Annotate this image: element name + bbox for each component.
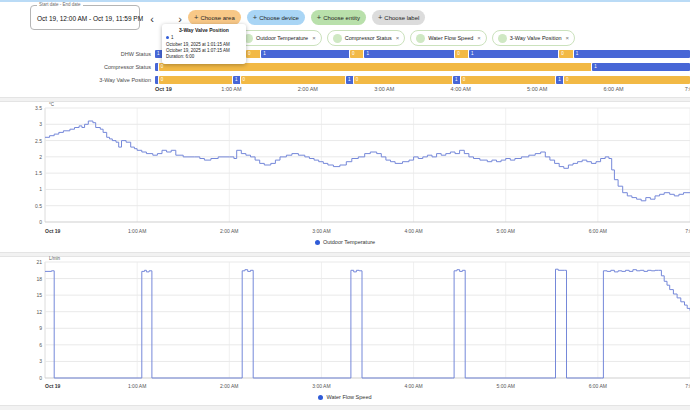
timeline-track: 01 xyxy=(155,63,690,71)
state-dot-icon xyxy=(166,36,169,39)
y-axis-tick: 6 xyxy=(39,342,42,348)
y-axis-tick: 12 xyxy=(36,309,42,315)
visibility-eye-icon[interactable] xyxy=(498,34,507,43)
state-segment[interactable]: 0 xyxy=(241,76,346,84)
remove-entity-icon[interactable]: × xyxy=(396,35,400,41)
choose-label-chip[interactable]: +Choose label xyxy=(372,10,425,25)
date-range-value: Oct 19, 12:00 AM - Oct 19, 11:59 PM xyxy=(37,15,143,22)
choose-entity-chip[interactable]: +Choose entity xyxy=(311,10,366,25)
entity-chip[interactable]: Water Flow Speed× xyxy=(410,30,487,46)
state-segment[interactable]: 1 xyxy=(469,50,559,58)
y-axis-tick: 21 xyxy=(36,259,42,265)
timeline-row-label: 3-Way Valve Position xyxy=(0,76,151,84)
timeline-axis-tick: Oct 19 xyxy=(155,86,172,92)
state-segment[interactable]: 0 xyxy=(246,50,261,58)
entity-chip-label: Compressor Status xyxy=(345,35,392,41)
y-axis-unit: L/min xyxy=(49,256,61,261)
timeline-track: 010101010 xyxy=(155,76,690,84)
x-axis-tick: 6:00 AM xyxy=(589,228,607,234)
timeline-axis: Oct 191:00 AM2:00 AM3:00 AM4:00 AM5:00 A… xyxy=(0,86,690,94)
remove-entity-icon[interactable]: × xyxy=(477,35,481,41)
remove-entity-icon[interactable]: × xyxy=(312,35,316,41)
timeline-axis-tick: 7:00 xyxy=(670,86,690,92)
entity-chip[interactable]: Outdoor Temperature× xyxy=(238,30,322,46)
y-axis-tick: 1.5 xyxy=(35,170,42,176)
legend-label: Water Flow Speed xyxy=(326,394,371,400)
state-segment[interactable]: 0 xyxy=(455,50,469,58)
state-segment[interactable]: 0 xyxy=(461,76,557,84)
y-axis-tick: 18 xyxy=(36,276,42,282)
section-divider xyxy=(0,405,690,410)
x-axis-tick: 4:00 AM xyxy=(404,383,422,389)
entity-chip[interactable]: 3-Way Valve Position× xyxy=(492,30,575,46)
timeline-row-label: DHW Status xyxy=(0,50,151,58)
y-axis-tick: 0 xyxy=(39,375,42,381)
x-axis-tick: 4:00 AM xyxy=(404,228,422,234)
remove-entity-icon[interactable]: × xyxy=(566,35,570,41)
temperature-legend[interactable]: Outdoor Temperature xyxy=(0,239,690,245)
legend-dot-icon xyxy=(315,240,320,245)
chip-label: Choose device xyxy=(259,15,299,21)
filter-chip-row: +Choose area+Choose device+Choose entity… xyxy=(188,10,425,25)
entity-chip-row: Outdoor Temperature×Compressor Status×Wa… xyxy=(238,30,575,46)
flow-chart[interactable]: 036912151821L/minOct 191:00 AM2:00 AM3:0… xyxy=(0,256,690,396)
choose-device-chip[interactable]: +Choose device xyxy=(247,10,305,25)
flow-legend[interactable]: Water Flow Speed xyxy=(0,394,690,400)
state-segment[interactable]: 1 xyxy=(453,76,461,84)
visibility-eye-icon[interactable] xyxy=(416,34,425,43)
x-axis-tick: 2:00 AM xyxy=(220,383,238,389)
y-axis-tick: 0 xyxy=(39,219,42,225)
prev-period-button[interactable]: ‹ xyxy=(144,11,160,27)
state-segment[interactable]: 1 xyxy=(364,50,455,58)
tooltip-duration: Duration: 6:00 xyxy=(166,54,242,60)
state-segment[interactable]: 1 xyxy=(592,63,690,71)
y-axis-tick: 3.5 xyxy=(35,105,42,111)
state-segment[interactable]: 0 xyxy=(350,50,365,58)
entity-chip-label: Water Flow Speed xyxy=(428,35,473,41)
state-segment[interactable]: 1 xyxy=(261,50,350,58)
legend-dot-icon xyxy=(318,395,323,400)
state-segment[interactable]: 0 xyxy=(559,50,574,58)
plus-icon: + xyxy=(378,13,382,22)
entity-chip-label: Outdoor Temperature xyxy=(256,35,308,41)
x-axis-tick: 3:00 AM xyxy=(312,228,330,234)
tooltip-state-value: 1 xyxy=(171,35,174,40)
timeline-axis-tick: 6:00 AM xyxy=(594,86,634,92)
state-segment[interactable]: 0 xyxy=(159,63,592,71)
chip-label: Choose area xyxy=(200,15,234,21)
x-axis-tick: 7:00 xyxy=(685,383,690,389)
x-axis-tick: 5:00 AM xyxy=(497,383,515,389)
date-range-field[interactable]: Start date - End date Oct 19, 12:00 AM -… xyxy=(30,5,140,30)
y-axis-tick: 3 xyxy=(39,358,42,364)
chip-label: Choose entity xyxy=(323,15,360,21)
tooltip-value-row: 1 xyxy=(166,35,242,40)
temperature-chart[interactable]: 00.511.522.533.5°COct 191:00 AM2:00 AM3:… xyxy=(0,100,690,248)
x-axis-tick: 5:00 AM xyxy=(497,228,515,234)
state-segment[interactable]: 0 xyxy=(564,76,690,84)
timeline-axis-tick: 5:00 AM xyxy=(517,86,557,92)
x-axis-tick: 6:00 AM xyxy=(589,383,607,389)
choose-area-chip[interactable]: +Choose area xyxy=(188,10,241,25)
state-segment[interactable]: 1 xyxy=(574,50,690,58)
x-axis-tick: 1:00 AM xyxy=(128,383,146,389)
timeline-axis-tick: 2:00 AM xyxy=(288,86,328,92)
entity-chip[interactable]: Compressor Status× xyxy=(327,30,406,46)
timeline-axis-tick: 1:00 AM xyxy=(211,86,251,92)
state-segment[interactable]: 1 xyxy=(556,76,564,84)
y-axis-tick: 1 xyxy=(39,186,42,192)
state-segment[interactable]: 1 xyxy=(346,76,354,84)
entity-chip-label: 3-Way Valve Position xyxy=(510,35,562,41)
visibility-eye-icon[interactable] xyxy=(333,34,342,43)
tooltip-title: 3-Way Valve Position xyxy=(166,27,242,33)
timeline-row: DHW Status101010101 xyxy=(0,50,690,58)
date-range-label: Start date - End date xyxy=(37,2,83,7)
x-axis-tick: 2:00 AM xyxy=(220,228,238,234)
x-axis-tick: Oct 19 xyxy=(45,383,61,389)
x-axis-tick: 7:00 xyxy=(685,228,690,234)
state-segment[interactable]: 0 xyxy=(159,76,233,84)
state-segment[interactable]: 1 xyxy=(233,76,241,84)
state-segment[interactable]: 0 xyxy=(354,76,453,84)
timeline-axis-tick: 4:00 AM xyxy=(441,86,481,92)
y-axis-unit: °C xyxy=(49,102,55,107)
legend-label: Outdoor Temperature xyxy=(323,239,375,245)
